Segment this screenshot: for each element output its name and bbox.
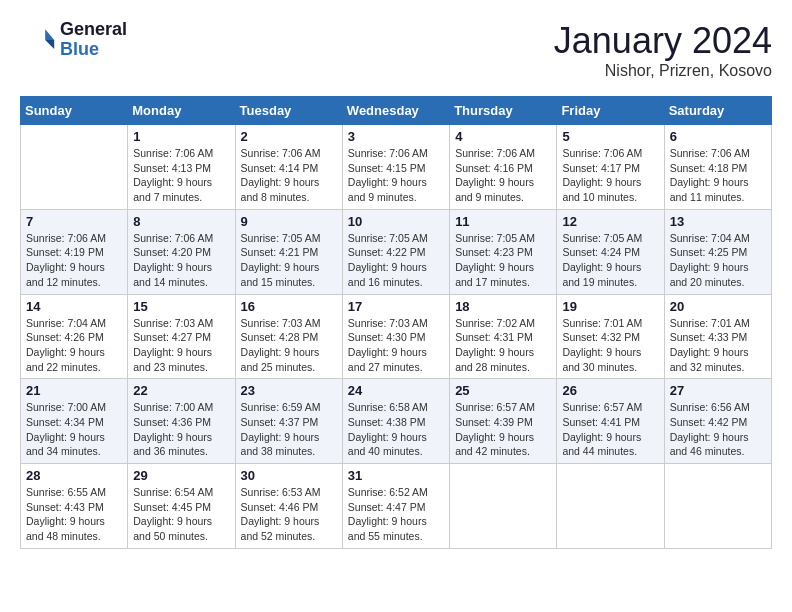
day-info: Sunrise: 7:06 AM Sunset: 4:15 PM Dayligh… (348, 146, 444, 205)
day-info: Sunrise: 7:06 AM Sunset: 4:17 PM Dayligh… (562, 146, 658, 205)
calendar-cell: 15Sunrise: 7:03 AM Sunset: 4:27 PM Dayli… (128, 294, 235, 379)
page-header: General Blue January 2024 Nishor, Prizre… (20, 20, 772, 80)
calendar-cell: 21Sunrise: 7:00 AM Sunset: 4:34 PM Dayli… (21, 379, 128, 464)
day-number: 24 (348, 383, 444, 398)
day-number: 18 (455, 299, 551, 314)
day-info: Sunrise: 6:52 AM Sunset: 4:47 PM Dayligh… (348, 485, 444, 544)
calendar-cell: 20Sunrise: 7:01 AM Sunset: 4:33 PM Dayli… (664, 294, 771, 379)
calendar-cell: 29Sunrise: 6:54 AM Sunset: 4:45 PM Dayli… (128, 464, 235, 549)
calendar-week-row: 14Sunrise: 7:04 AM Sunset: 4:26 PM Dayli… (21, 294, 772, 379)
day-header-thursday: Thursday (450, 97, 557, 125)
day-number: 3 (348, 129, 444, 144)
day-number: 26 (562, 383, 658, 398)
day-info: Sunrise: 7:03 AM Sunset: 4:30 PM Dayligh… (348, 316, 444, 375)
svg-marker-0 (45, 29, 54, 40)
day-number: 13 (670, 214, 766, 229)
title-block: January 2024 Nishor, Prizren, Kosovo (554, 20, 772, 80)
calendar-cell: 1Sunrise: 7:06 AM Sunset: 4:13 PM Daylig… (128, 125, 235, 210)
calendar-cell: 28Sunrise: 6:55 AM Sunset: 4:43 PM Dayli… (21, 464, 128, 549)
day-header-friday: Friday (557, 97, 664, 125)
calendar-cell: 5Sunrise: 7:06 AM Sunset: 4:17 PM Daylig… (557, 125, 664, 210)
day-number: 30 (241, 468, 337, 483)
calendar-cell (21, 125, 128, 210)
calendar-cell: 7Sunrise: 7:06 AM Sunset: 4:19 PM Daylig… (21, 209, 128, 294)
calendar-cell: 25Sunrise: 6:57 AM Sunset: 4:39 PM Dayli… (450, 379, 557, 464)
calendar-cell: 31Sunrise: 6:52 AM Sunset: 4:47 PM Dayli… (342, 464, 449, 549)
calendar-cell: 17Sunrise: 7:03 AM Sunset: 4:30 PM Dayli… (342, 294, 449, 379)
day-info: Sunrise: 6:58 AM Sunset: 4:38 PM Dayligh… (348, 400, 444, 459)
day-number: 14 (26, 299, 122, 314)
calendar-cell: 10Sunrise: 7:05 AM Sunset: 4:22 PM Dayli… (342, 209, 449, 294)
day-info: Sunrise: 7:04 AM Sunset: 4:25 PM Dayligh… (670, 231, 766, 290)
logo-text: General Blue (60, 20, 127, 60)
day-info: Sunrise: 6:53 AM Sunset: 4:46 PM Dayligh… (241, 485, 337, 544)
calendar-cell: 26Sunrise: 6:57 AM Sunset: 4:41 PM Dayli… (557, 379, 664, 464)
day-number: 21 (26, 383, 122, 398)
calendar-header-row: SundayMondayTuesdayWednesdayThursdayFrid… (21, 97, 772, 125)
calendar-cell: 30Sunrise: 6:53 AM Sunset: 4:46 PM Dayli… (235, 464, 342, 549)
day-number: 19 (562, 299, 658, 314)
day-number: 12 (562, 214, 658, 229)
day-number: 4 (455, 129, 551, 144)
day-info: Sunrise: 6:57 AM Sunset: 4:39 PM Dayligh… (455, 400, 551, 459)
day-number: 6 (670, 129, 766, 144)
calendar-cell: 14Sunrise: 7:04 AM Sunset: 4:26 PM Dayli… (21, 294, 128, 379)
calendar-table: SundayMondayTuesdayWednesdayThursdayFrid… (20, 96, 772, 549)
day-number: 28 (26, 468, 122, 483)
day-info: Sunrise: 7:05 AM Sunset: 4:23 PM Dayligh… (455, 231, 551, 290)
day-info: Sunrise: 6:59 AM Sunset: 4:37 PM Dayligh… (241, 400, 337, 459)
calendar-cell: 11Sunrise: 7:05 AM Sunset: 4:23 PM Dayli… (450, 209, 557, 294)
month-title: January 2024 (554, 20, 772, 62)
day-info: Sunrise: 7:06 AM Sunset: 4:14 PM Dayligh… (241, 146, 337, 205)
day-number: 17 (348, 299, 444, 314)
day-header-wednesday: Wednesday (342, 97, 449, 125)
calendar-week-row: 28Sunrise: 6:55 AM Sunset: 4:43 PM Dayli… (21, 464, 772, 549)
calendar-cell (557, 464, 664, 549)
calendar-week-row: 21Sunrise: 7:00 AM Sunset: 4:34 PM Dayli… (21, 379, 772, 464)
day-number: 10 (348, 214, 444, 229)
day-info: Sunrise: 7:01 AM Sunset: 4:32 PM Dayligh… (562, 316, 658, 375)
day-info: Sunrise: 7:06 AM Sunset: 4:13 PM Dayligh… (133, 146, 229, 205)
day-number: 15 (133, 299, 229, 314)
day-number: 23 (241, 383, 337, 398)
day-info: Sunrise: 7:01 AM Sunset: 4:33 PM Dayligh… (670, 316, 766, 375)
calendar-cell: 18Sunrise: 7:02 AM Sunset: 4:31 PM Dayli… (450, 294, 557, 379)
day-number: 9 (241, 214, 337, 229)
calendar-cell: 27Sunrise: 6:56 AM Sunset: 4:42 PM Dayli… (664, 379, 771, 464)
day-number: 7 (26, 214, 122, 229)
calendar-week-row: 1Sunrise: 7:06 AM Sunset: 4:13 PM Daylig… (21, 125, 772, 210)
day-number: 22 (133, 383, 229, 398)
logo-icon (20, 22, 56, 58)
day-header-tuesday: Tuesday (235, 97, 342, 125)
calendar-week-row: 7Sunrise: 7:06 AM Sunset: 4:19 PM Daylig… (21, 209, 772, 294)
calendar-cell: 13Sunrise: 7:04 AM Sunset: 4:25 PM Dayli… (664, 209, 771, 294)
calendar-cell: 12Sunrise: 7:05 AM Sunset: 4:24 PM Dayli… (557, 209, 664, 294)
day-info: Sunrise: 7:03 AM Sunset: 4:28 PM Dayligh… (241, 316, 337, 375)
day-info: Sunrise: 7:06 AM Sunset: 4:19 PM Dayligh… (26, 231, 122, 290)
day-info: Sunrise: 7:05 AM Sunset: 4:22 PM Dayligh… (348, 231, 444, 290)
calendar-cell: 6Sunrise: 7:06 AM Sunset: 4:18 PM Daylig… (664, 125, 771, 210)
day-info: Sunrise: 7:06 AM Sunset: 4:16 PM Dayligh… (455, 146, 551, 205)
calendar-cell: 23Sunrise: 6:59 AM Sunset: 4:37 PM Dayli… (235, 379, 342, 464)
day-info: Sunrise: 7:03 AM Sunset: 4:27 PM Dayligh… (133, 316, 229, 375)
day-number: 16 (241, 299, 337, 314)
day-number: 27 (670, 383, 766, 398)
calendar-cell: 3Sunrise: 7:06 AM Sunset: 4:15 PM Daylig… (342, 125, 449, 210)
day-number: 25 (455, 383, 551, 398)
calendar-cell: 9Sunrise: 7:05 AM Sunset: 4:21 PM Daylig… (235, 209, 342, 294)
day-header-saturday: Saturday (664, 97, 771, 125)
day-info: Sunrise: 7:05 AM Sunset: 4:21 PM Dayligh… (241, 231, 337, 290)
calendar-cell: 22Sunrise: 7:00 AM Sunset: 4:36 PM Dayli… (128, 379, 235, 464)
day-info: Sunrise: 7:06 AM Sunset: 4:20 PM Dayligh… (133, 231, 229, 290)
day-number: 31 (348, 468, 444, 483)
logo: General Blue (20, 20, 127, 60)
calendar-cell (450, 464, 557, 549)
calendar-cell: 2Sunrise: 7:06 AM Sunset: 4:14 PM Daylig… (235, 125, 342, 210)
day-info: Sunrise: 7:06 AM Sunset: 4:18 PM Dayligh… (670, 146, 766, 205)
day-info: Sunrise: 7:04 AM Sunset: 4:26 PM Dayligh… (26, 316, 122, 375)
day-info: Sunrise: 6:57 AM Sunset: 4:41 PM Dayligh… (562, 400, 658, 459)
day-number: 1 (133, 129, 229, 144)
day-info: Sunrise: 6:54 AM Sunset: 4:45 PM Dayligh… (133, 485, 229, 544)
day-number: 5 (562, 129, 658, 144)
day-info: Sunrise: 6:56 AM Sunset: 4:42 PM Dayligh… (670, 400, 766, 459)
